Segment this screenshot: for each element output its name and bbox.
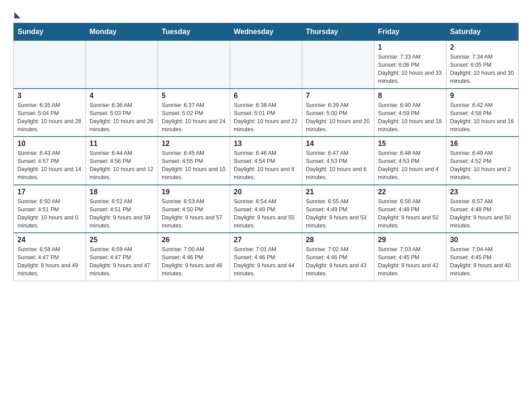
day-info: Sunrise: 6:58 AM Sunset: 4:47 PM Dayligh…: [17, 245, 82, 278]
weekday-header-wednesday: Wednesday: [230, 23, 302, 41]
day-number: 6: [234, 92, 298, 100]
logo: [13, 11, 21, 18]
day-info: Sunrise: 6:42 AM Sunset: 4:58 PM Dayligh…: [450, 101, 515, 134]
day-number: 1: [378, 43, 442, 51]
day-info: Sunrise: 6:36 AM Sunset: 5:03 PM Dayligh…: [90, 101, 154, 134]
day-info: Sunrise: 6:53 AM Sunset: 4:50 PM Dayligh…: [162, 197, 226, 230]
day-info: Sunrise: 6:52 AM Sunset: 4:51 PM Dayligh…: [90, 197, 154, 230]
calendar-table: SundayMondayTuesdayWednesdayThursdayFrid…: [13, 23, 519, 281]
calendar-cell: [86, 41, 158, 89]
day-number: 22: [378, 188, 442, 196]
day-number: 30: [450, 236, 515, 244]
calendar-week-row: 24Sunrise: 6:58 AM Sunset: 4:47 PM Dayli…: [14, 233, 519, 281]
calendar-cell: [14, 41, 86, 89]
calendar-week-row: 17Sunrise: 6:50 AM Sunset: 4:51 PM Dayli…: [14, 185, 519, 233]
day-number: 9: [450, 92, 515, 100]
calendar-cell: 13Sunrise: 6:46 AM Sunset: 4:54 PM Dayli…: [230, 137, 302, 185]
day-info: Sunrise: 6:49 AM Sunset: 4:52 PM Dayligh…: [450, 149, 515, 182]
calendar-cell: 9Sunrise: 6:42 AM Sunset: 4:58 PM Daylig…: [446, 89, 519, 137]
day-info: Sunrise: 6:54 AM Sunset: 4:49 PM Dayligh…: [234, 197, 298, 230]
day-number: 23: [450, 188, 515, 196]
calendar-cell: [302, 41, 374, 89]
calendar-cell: 17Sunrise: 6:50 AM Sunset: 4:51 PM Dayli…: [14, 185, 86, 233]
day-info: Sunrise: 6:37 AM Sunset: 5:02 PM Dayligh…: [162, 101, 226, 134]
calendar-cell: 19Sunrise: 6:53 AM Sunset: 4:50 PM Dayli…: [158, 185, 230, 233]
weekday-header-thursday: Thursday: [302, 23, 374, 41]
day-info: Sunrise: 6:57 AM Sunset: 4:48 PM Dayligh…: [450, 197, 515, 230]
weekday-header-friday: Friday: [374, 23, 446, 41]
calendar-cell: 5Sunrise: 6:37 AM Sunset: 5:02 PM Daylig…: [158, 89, 230, 137]
day-info: Sunrise: 6:35 AM Sunset: 5:04 PM Dayligh…: [17, 101, 82, 134]
calendar-cell: 15Sunrise: 6:48 AM Sunset: 4:53 PM Dayli…: [374, 137, 446, 185]
day-info: Sunrise: 7:03 AM Sunset: 4:45 PM Dayligh…: [378, 245, 442, 278]
weekday-header-sunday: Sunday: [14, 23, 86, 41]
day-number: 20: [234, 188, 298, 196]
day-info: Sunrise: 6:55 AM Sunset: 4:49 PM Dayligh…: [306, 197, 370, 230]
weekday-header-monday: Monday: [86, 23, 158, 41]
day-number: 12: [162, 140, 226, 148]
day-number: 29: [378, 236, 442, 244]
day-number: 3: [17, 92, 82, 100]
day-number: 11: [90, 140, 154, 148]
calendar-cell: 21Sunrise: 6:55 AM Sunset: 4:49 PM Dayli…: [302, 185, 374, 233]
day-number: 5: [162, 92, 226, 100]
calendar-cell: [158, 41, 230, 89]
calendar-cell: 10Sunrise: 6:43 AM Sunset: 4:57 PM Dayli…: [14, 137, 86, 185]
day-number: 27: [234, 236, 298, 244]
page-header: [13, 9, 519, 18]
day-info: Sunrise: 6:50 AM Sunset: 4:51 PM Dayligh…: [17, 197, 82, 230]
day-number: 25: [90, 236, 154, 244]
day-info: Sunrise: 6:39 AM Sunset: 5:00 PM Dayligh…: [306, 101, 370, 134]
day-info: Sunrise: 6:59 AM Sunset: 4:47 PM Dayligh…: [90, 245, 154, 278]
day-number: 4: [90, 92, 154, 100]
day-number: 7: [306, 92, 370, 100]
calendar-cell: 30Sunrise: 7:04 AM Sunset: 4:45 PM Dayli…: [446, 233, 519, 281]
calendar-cell: 2Sunrise: 7:34 AM Sunset: 6:05 PM Daylig…: [446, 41, 519, 89]
calendar-header-row: SundayMondayTuesdayWednesdayThursdayFrid…: [14, 23, 519, 41]
calendar-cell: 4Sunrise: 6:36 AM Sunset: 5:03 PM Daylig…: [86, 89, 158, 137]
calendar-cell: 16Sunrise: 6:49 AM Sunset: 4:52 PM Dayli…: [446, 137, 519, 185]
day-info: Sunrise: 6:43 AM Sunset: 4:57 PM Dayligh…: [17, 149, 82, 182]
day-number: 2: [450, 43, 515, 51]
day-number: 8: [378, 92, 442, 100]
calendar-week-row: 10Sunrise: 6:43 AM Sunset: 4:57 PM Dayli…: [14, 137, 519, 185]
day-number: 16: [450, 140, 515, 148]
day-info: Sunrise: 6:44 AM Sunset: 4:56 PM Dayligh…: [90, 149, 154, 182]
calendar-cell: 27Sunrise: 7:01 AM Sunset: 4:46 PM Dayli…: [230, 233, 302, 281]
calendar-cell: 24Sunrise: 6:58 AM Sunset: 4:47 PM Dayli…: [14, 233, 86, 281]
day-number: 18: [90, 188, 154, 196]
day-number: 15: [378, 140, 442, 148]
calendar-cell: [230, 41, 302, 89]
calendar-cell: 18Sunrise: 6:52 AM Sunset: 4:51 PM Dayli…: [86, 185, 158, 233]
calendar-week-row: 3Sunrise: 6:35 AM Sunset: 5:04 PM Daylig…: [14, 89, 519, 137]
calendar-cell: 26Sunrise: 7:00 AM Sunset: 4:46 PM Dayli…: [158, 233, 230, 281]
calendar-week-row: 1Sunrise: 7:33 AM Sunset: 6:06 PM Daylig…: [14, 41, 519, 89]
logo-triangle-icon: [14, 12, 21, 18]
day-number: 19: [162, 188, 226, 196]
day-number: 17: [17, 188, 82, 196]
calendar-cell: 11Sunrise: 6:44 AM Sunset: 4:56 PM Dayli…: [86, 137, 158, 185]
calendar-cell: 25Sunrise: 6:59 AM Sunset: 4:47 PM Dayli…: [86, 233, 158, 281]
calendar-cell: 1Sunrise: 7:33 AM Sunset: 6:06 PM Daylig…: [374, 41, 446, 89]
day-number: 14: [306, 140, 370, 148]
day-number: 21: [306, 188, 370, 196]
calendar-cell: 3Sunrise: 6:35 AM Sunset: 5:04 PM Daylig…: [14, 89, 86, 137]
day-number: 13: [234, 140, 298, 148]
day-info: Sunrise: 6:48 AM Sunset: 4:53 PM Dayligh…: [378, 149, 442, 182]
day-info: Sunrise: 6:40 AM Sunset: 4:59 PM Dayligh…: [378, 101, 442, 134]
day-number: 24: [17, 236, 82, 244]
day-info: Sunrise: 7:04 AM Sunset: 4:45 PM Dayligh…: [450, 245, 515, 278]
weekday-header-tuesday: Tuesday: [158, 23, 230, 41]
day-info: Sunrise: 7:01 AM Sunset: 4:46 PM Dayligh…: [234, 245, 298, 278]
day-info: Sunrise: 6:47 AM Sunset: 4:53 PM Dayligh…: [306, 149, 370, 182]
day-info: Sunrise: 6:46 AM Sunset: 4:54 PM Dayligh…: [234, 149, 298, 182]
calendar-cell: 14Sunrise: 6:47 AM Sunset: 4:53 PM Dayli…: [302, 137, 374, 185]
day-info: Sunrise: 7:02 AM Sunset: 4:46 PM Dayligh…: [306, 245, 370, 278]
calendar-cell: 6Sunrise: 6:38 AM Sunset: 5:01 PM Daylig…: [230, 89, 302, 137]
weekday-header-saturday: Saturday: [446, 23, 519, 41]
day-number: 28: [306, 236, 370, 244]
day-number: 10: [17, 140, 82, 148]
day-number: 26: [162, 236, 226, 244]
calendar-cell: 22Sunrise: 6:56 AM Sunset: 4:48 PM Dayli…: [374, 185, 446, 233]
day-info: Sunrise: 6:45 AM Sunset: 4:55 PM Dayligh…: [162, 149, 226, 182]
